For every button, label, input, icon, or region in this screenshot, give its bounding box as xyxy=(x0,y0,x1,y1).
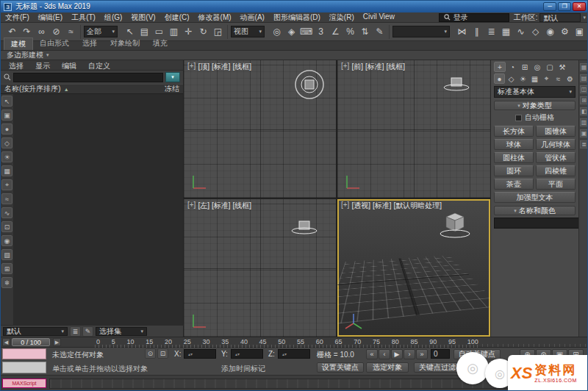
viewport-style-menu[interactable]: [标准] xyxy=(212,201,231,211)
explorer-column-header[interactable]: 名称(按升序排序) ▲ 冻结 xyxy=(1,84,183,94)
explorer-select-icon[interactable]: ↖ xyxy=(1,96,12,107)
explorer-menu[interactable]: 显示 xyxy=(30,61,55,70)
previous-frame-arrow[interactable]: ◀ xyxy=(2,338,10,346)
previous-frame-icon[interactable]: ‹ xyxy=(379,349,390,359)
explorer-menu[interactable]: 选择 xyxy=(4,61,29,70)
lights-category-icon[interactable]: ☀ xyxy=(517,73,528,84)
viewport-shading-menu[interactable]: [线框] xyxy=(387,62,406,72)
ribbon-tab[interactable]: 填充 xyxy=(146,37,174,50)
menu-item[interactable]: 修改器(M) xyxy=(194,12,236,24)
menu-item[interactable]: Civil View xyxy=(359,12,399,24)
viewport-shading-menu[interactable]: [默认明暗处理] xyxy=(394,201,442,211)
menu-item[interactable]: 编辑(E) xyxy=(34,12,67,24)
display-xrefs-icon[interactable]: ⊞ xyxy=(1,263,12,274)
cube-object[interactable] xyxy=(439,209,473,239)
undo-icon[interactable]: ↶ xyxy=(5,25,19,39)
y-coordinate-field[interactable]: ▴▾ xyxy=(231,349,263,359)
redo-icon[interactable]: ↷ xyxy=(20,25,34,39)
selection-sets-dropdown[interactable]: 选择集 ▾ xyxy=(96,327,147,336)
time-slider-handle[interactable]: 0 / 100 xyxy=(12,338,50,346)
object-type-button[interactable]: 几何球体 xyxy=(536,139,576,150)
maxscript-mini-listener[interactable] xyxy=(2,362,46,373)
select-and-move-icon[interactable]: ✛ xyxy=(182,25,196,39)
viewport-front[interactable]: [+] [前] [标准] [线框] xyxy=(337,60,490,198)
display-shapes-icon[interactable]: ◇ xyxy=(1,137,12,148)
object-type-button[interactable]: 加强型文本 xyxy=(494,192,576,203)
viewport-style-menu[interactable]: [标准] xyxy=(212,62,231,72)
display-frozen-icon[interactable]: ❄ xyxy=(1,277,12,288)
display-cameras-icon[interactable]: ▦ xyxy=(1,165,12,176)
dock-icon-3[interactable]: ◫ xyxy=(580,85,588,93)
display-groups-icon[interactable]: ▧ xyxy=(1,249,12,260)
create-tab-icon[interactable]: + xyxy=(494,62,506,72)
display-all-icon[interactable]: ▣ xyxy=(1,110,12,121)
viewport-style-menu[interactable]: [标准] xyxy=(373,201,392,211)
menu-item[interactable]: 渲染(R) xyxy=(325,12,359,24)
utilities-tab-icon[interactable]: ⚒ xyxy=(556,62,568,72)
maxscript-macro-recorder[interactable] xyxy=(2,348,46,359)
next-frame-icon[interactable]: › xyxy=(404,349,415,359)
cameras-category-icon[interactable]: ▦ xyxy=(529,73,540,84)
object-type-button[interactable]: 圆锥体 xyxy=(536,126,576,137)
edit-named-sets-icon[interactable]: ✎ xyxy=(373,25,387,39)
ribbon-tab[interactable]: 对象绘制 xyxy=(104,37,146,50)
menu-item[interactable]: 创建(C) xyxy=(160,12,194,24)
percent-snap-icon[interactable]: % xyxy=(343,25,357,39)
dock-icon-7[interactable]: ▣ xyxy=(580,129,588,137)
select-and-link-icon[interactable]: ∞ xyxy=(35,25,49,39)
spinner-snap-icon[interactable]: ⇅ xyxy=(358,25,372,39)
workspace-selector[interactable]: 工作区: 默认 ▾ xyxy=(514,12,586,23)
viewport-menu-button[interactable]: [+] xyxy=(187,201,196,211)
dock-icon-8[interactable]: ≣ xyxy=(580,140,588,148)
go-to-end-icon[interactable]: » xyxy=(416,349,428,359)
select-and-manipulate-icon[interactable]: ◈ xyxy=(284,25,298,39)
z-coordinate-field[interactable]: ▴▾ xyxy=(278,349,310,359)
object-type-button[interactable]: 四棱锥 xyxy=(536,165,576,176)
modify-tab-icon[interactable]: ◔ xyxy=(506,62,518,72)
viewport-menu-button[interactable]: [+] xyxy=(341,62,349,72)
systems-category-icon[interactable]: ⚙ xyxy=(564,73,576,84)
object-type-button[interactable]: 圆环 xyxy=(494,165,534,176)
select-and-rotate-icon[interactable]: ↻ xyxy=(196,25,210,39)
primitive-type-dropdown[interactable]: 标准基本体 ▾ xyxy=(494,86,576,98)
display-containers-icon[interactable]: ⊡ xyxy=(1,221,12,232)
display-materials-icon[interactable]: ◉ xyxy=(1,235,12,246)
dock-icon-4[interactable]: ⊞ xyxy=(580,96,588,104)
geometry-category-icon[interactable]: ● xyxy=(494,73,505,84)
object-type-button[interactable]: 圆柱体 xyxy=(494,152,534,163)
maximize-button[interactable]: ❐ xyxy=(558,2,571,11)
add-time-tag[interactable]: 添加时间标记 xyxy=(221,364,265,374)
angle-snap-icon[interactable]: ∠ xyxy=(329,25,343,39)
shapes-category-icon[interactable]: ◇ xyxy=(506,73,517,84)
render-setup-icon[interactable]: ⚙ xyxy=(558,25,572,39)
motion-tab-icon[interactable]: ◎ xyxy=(531,62,543,72)
viewport-name-menu[interactable]: [透视] xyxy=(351,201,370,211)
display-lights-icon[interactable]: ☀ xyxy=(1,151,12,162)
object-type-button[interactable]: 长方体 xyxy=(494,126,534,137)
reference-coordinate-dropdown[interactable]: 视图 ▾ xyxy=(231,26,265,37)
dock-icon-5[interactable]: ◧ xyxy=(580,107,588,115)
hierarchy-tab-icon[interactable]: ⊞ xyxy=(519,62,531,72)
ribbon-tab[interactable]: 建模 xyxy=(4,37,33,50)
keyboard-override-icon[interactable]: ⌨ xyxy=(299,25,313,39)
schematic-view-icon[interactable]: ◇ xyxy=(528,25,542,39)
explorer-menu[interactable]: 自定义 xyxy=(83,61,115,70)
material-editor-icon[interactable]: ◉ xyxy=(543,25,557,39)
explorer-menu[interactable]: 编辑 xyxy=(57,61,82,70)
box-object[interactable] xyxy=(440,75,473,94)
menu-item[interactable]: 文件(F) xyxy=(1,12,34,24)
menu-item[interactable]: 图形编辑器(D) xyxy=(269,12,325,24)
viewport-menu-button[interactable]: [+] xyxy=(341,201,349,211)
minimize-button[interactable]: ─ xyxy=(543,2,556,11)
display-bones-icon[interactable]: ∿ xyxy=(1,207,12,218)
viewport-name-menu[interactable]: [左] xyxy=(198,201,209,211)
mirror-icon[interactable]: ⋈ xyxy=(455,25,469,39)
object-type-button[interactable]: 管状体 xyxy=(536,152,576,163)
selected-filter-dropdown[interactable]: 选定对象 xyxy=(366,362,409,373)
selection-set-field[interactable]: 默认 ▾ xyxy=(3,327,68,336)
spacewarps-category-icon[interactable]: ≈ xyxy=(553,73,564,84)
viewport-menu-button[interactable]: [+] xyxy=(187,62,196,72)
select-and-scale-icon[interactable]: ◲ xyxy=(211,25,225,39)
object-type-button[interactable]: 茶壶 xyxy=(494,179,534,190)
bind-to-spacewarp-icon[interactable]: ≈ xyxy=(64,25,78,39)
